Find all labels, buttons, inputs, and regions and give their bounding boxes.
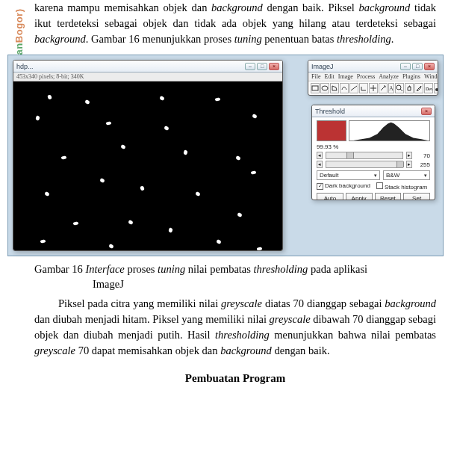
menu-item[interactable]: Window xyxy=(424,73,438,80)
svg-line-2 xyxy=(351,86,357,90)
point-tool[interactable] xyxy=(369,83,378,93)
menu-item[interactable]: File xyxy=(311,73,320,80)
dropdown-row: Default▾ B&W▾ xyxy=(317,170,430,180)
slider-right-button[interactable]: ▸ xyxy=(406,161,412,168)
particle-blob xyxy=(252,114,257,119)
window-buttons: – □ × xyxy=(245,63,279,70)
particle-blob xyxy=(237,212,242,217)
particle-blob xyxy=(183,149,188,155)
reset-button[interactable]: Reset xyxy=(375,193,402,200)
dropper-tool[interactable] xyxy=(414,83,423,93)
text-italic: greyscale xyxy=(34,344,75,356)
minimize-button[interactable]: – xyxy=(245,63,255,70)
particle-blob xyxy=(47,95,52,100)
auto-button[interactable]: Auto xyxy=(317,193,343,200)
window-buttons: – □ × xyxy=(400,63,435,70)
image-window-titlebar: hdp... – □ × xyxy=(13,61,282,72)
particle-blob xyxy=(215,97,221,102)
text: . Gambar 16 menunjukkan proses xyxy=(86,33,234,45)
min-slider[interactable] xyxy=(326,152,403,159)
menu-item[interactable]: Process xyxy=(357,73,375,80)
particle-blob xyxy=(108,244,113,249)
particle-blob xyxy=(128,220,133,225)
close-button[interactable]: × xyxy=(421,108,432,115)
slider-thumb[interactable] xyxy=(396,161,404,167)
angle-tool[interactable] xyxy=(359,83,368,93)
caption-text: pada aplikasi xyxy=(308,263,367,275)
max-slider[interactable] xyxy=(326,161,403,168)
particle-blob xyxy=(140,186,144,191)
wand-tool[interactable] xyxy=(379,83,388,93)
caption-text: proses xyxy=(125,263,158,275)
apply-button[interactable]: Apply xyxy=(346,193,373,200)
oval-select-tool[interactable] xyxy=(320,83,329,93)
figure-screenshot: hdp... – □ × 453x340 pixels; 8-bit; 340K… xyxy=(7,55,444,256)
text: penentuan batas xyxy=(262,33,337,45)
text-italic: thresholding xyxy=(215,329,270,341)
dev-tool[interactable]: Dev xyxy=(424,83,433,93)
close-button[interactable]: × xyxy=(424,63,435,70)
particle-blob xyxy=(159,96,164,101)
svg-line-6 xyxy=(400,89,402,91)
histogram-row xyxy=(317,120,430,141)
rect-select-tool[interactable] xyxy=(311,83,320,93)
text-italic: background xyxy=(211,1,263,13)
set-button[interactable]: Set xyxy=(403,193,430,200)
menu-item[interactable]: Analyze xyxy=(379,73,399,80)
imagej-window: ImageJ – □ × File Edit Image Process Ana… xyxy=(308,60,438,96)
svg-line-9 xyxy=(438,86,438,89)
window-buttons: × xyxy=(421,108,432,115)
text: dengan baik. xyxy=(272,344,330,356)
text-italic: greyscale xyxy=(270,313,311,325)
threshold-percent: 99.93 % xyxy=(317,143,430,150)
stack-histogram-checkbox[interactable]: Stack histogram xyxy=(376,182,427,191)
menu-item[interactable]: Image xyxy=(338,73,353,80)
checkbox-label: Dark background xyxy=(325,182,370,189)
menu-item[interactable]: Edit xyxy=(324,73,334,80)
dev-icon: Dev xyxy=(425,84,432,92)
hand-tool[interactable] xyxy=(405,83,414,93)
checkbox-icon: ✓ xyxy=(317,183,323,190)
histogram-plot xyxy=(349,121,429,140)
particle-blob xyxy=(257,247,263,251)
maximize-button[interactable]: □ xyxy=(412,63,423,70)
checkbox-icon xyxy=(376,182,383,189)
particle-blob xyxy=(61,155,67,160)
wm-seg: Bogor) xyxy=(13,9,25,43)
slider-thumb[interactable] xyxy=(346,152,354,158)
dark-background-checkbox[interactable]: ✓Dark background xyxy=(317,182,370,191)
text-italic: background xyxy=(220,344,272,356)
particle-blob xyxy=(106,121,112,126)
brush-tool[interactable] xyxy=(434,83,438,93)
particle-blob xyxy=(251,170,257,175)
caption-text: thresholding xyxy=(254,263,308,275)
text-italic: greyscale xyxy=(221,297,262,309)
particle-blob xyxy=(99,178,105,183)
slider-left-button[interactable]: ◂ xyxy=(317,152,323,159)
particle-blob xyxy=(216,239,221,244)
text-italic: tuning xyxy=(234,33,262,45)
minimize-button[interactable]: – xyxy=(400,63,411,70)
text-italic: background xyxy=(34,33,86,45)
menu-item[interactable]: Plugins xyxy=(402,73,420,80)
particle-blob xyxy=(44,191,49,197)
maximize-button[interactable]: □ xyxy=(257,63,267,70)
slider-right-button[interactable]: ▸ xyxy=(406,152,412,159)
threshold-dialog: Threshold × 99.93 % ◂ ▸ 70 xyxy=(311,105,435,200)
close-button[interactable]: × xyxy=(269,63,279,70)
histogram xyxy=(349,120,430,141)
text-tool[interactable]: A xyxy=(388,83,394,93)
slider-left-button[interactable]: ◂ xyxy=(317,161,323,168)
text: diatas 70 dianggap sebagai xyxy=(262,297,385,309)
freehand-tool[interactable] xyxy=(340,83,349,93)
chevron-down-icon: ▾ xyxy=(374,173,377,179)
zoom-tool[interactable] xyxy=(395,83,404,93)
image-info-text: 453x340 pixels; 8-bit; 340K xyxy=(16,73,84,80)
chevron-down-icon: ▾ xyxy=(424,173,427,179)
polygon-tool[interactable] xyxy=(330,83,339,93)
display-dropdown[interactable]: B&W▾ xyxy=(383,170,430,180)
text-italic: background xyxy=(359,1,411,13)
dropdown-value: B&W xyxy=(386,172,399,179)
line-tool[interactable] xyxy=(349,83,358,93)
method-dropdown[interactable]: Default▾ xyxy=(317,170,380,180)
